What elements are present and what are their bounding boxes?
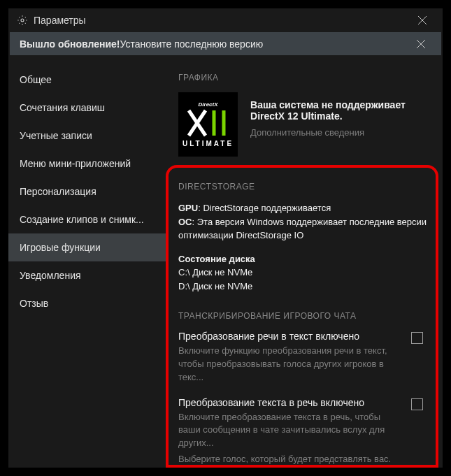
close-icon[interactable] bbox=[417, 15, 437, 25]
sidebar-item-personalization[interactable]: Персонализация bbox=[8, 178, 166, 205]
sidebar-item-gaming-features[interactable]: Игровые функции bbox=[8, 233, 166, 261]
chat-option-tts-desc2: Выберите голос, который будет представля… bbox=[178, 453, 396, 468]
update-banner: Вышло обновление! Установите последнюю в… bbox=[10, 32, 441, 56]
section-heading-directstorage: DIRECTSTORAGE bbox=[178, 182, 430, 192]
sidebar-item-shortcuts[interactable]: Сочетания клавиш bbox=[8, 94, 166, 122]
section-heading-graphics: ГРАФИКА bbox=[178, 73, 430, 82]
update-text-1: Вышло обновление! bbox=[20, 38, 120, 50]
badge-xii-icon bbox=[185, 108, 232, 138]
chat-option-stt-checkbox[interactable] bbox=[411, 332, 423, 344]
disk-c-status: C:\ Диск не NVMe bbox=[178, 266, 430, 280]
chat-option-tts-title: Преобразование текста в речь включено bbox=[178, 397, 396, 408]
directx-message: Ваша система не поддерживает DirectX 12 … bbox=[250, 99, 430, 122]
sidebar-item-accounts[interactable]: Учетные записи bbox=[8, 122, 166, 150]
settings-window: Параметры Вышло обновление! Установите п… bbox=[8, 8, 443, 468]
banner-close-icon[interactable] bbox=[416, 39, 436, 49]
gear-icon bbox=[17, 15, 28, 26]
chat-option-tts-checkbox[interactable] bbox=[411, 398, 423, 410]
update-text-2[interactable]: Установите последнюю версию bbox=[120, 38, 264, 50]
sidebar-item-feedback[interactable]: Отзыв bbox=[8, 289, 166, 317]
section-heading-chat: ТРАНСКРИБИРОВАНИЕ ИГРОВОГО ЧАТА bbox=[178, 311, 430, 321]
chat-option-stt: Преобразование речи в текст включено Вкл… bbox=[178, 331, 430, 384]
chat-option-stt-desc: Включите функцию преобразования речи в т… bbox=[178, 345, 396, 384]
disk-d-status: D:\ Диск не NVMe bbox=[178, 280, 430, 294]
sidebar: Общее Сочетания клавиш Учетные записи Ме… bbox=[8, 56, 166, 468]
directx-row: DirectX ULTIMA bbox=[178, 92, 430, 157]
svg-point-0 bbox=[21, 19, 24, 22]
disk-status-heading: Состояние диска bbox=[178, 252, 430, 266]
sidebar-item-widgets-menu[interactable]: Меню мини-приложений bbox=[8, 150, 166, 178]
window-title: Параметры bbox=[34, 15, 86, 26]
directx-badge: DirectX ULTIMA bbox=[178, 92, 238, 157]
sidebar-item-general[interactable]: Общее bbox=[8, 66, 166, 94]
chat-option-tts: Преобразование текста в речь включено Вк… bbox=[178, 397, 430, 468]
chat-option-stt-title: Преобразование речи в текст включено bbox=[178, 331, 396, 342]
sidebar-item-notifications[interactable]: Уведомления bbox=[8, 261, 166, 289]
directstorage-os: ОС: Эта версия Windows поддерживает посл… bbox=[178, 215, 430, 243]
directstorage-gpu: GPU: DirectStorage поддерживается bbox=[178, 201, 430, 215]
badge-directx-label: DirectX bbox=[199, 101, 218, 108]
titlebar: Параметры bbox=[8, 8, 443, 32]
chat-option-tts-desc: Включите преобразование текста в речь, ч… bbox=[178, 411, 396, 451]
content-pane: ГРАФИКА DirectX bbox=[166, 56, 443, 468]
sidebar-item-captures[interactable]: Создание клипов и снимк... bbox=[8, 205, 166, 233]
badge-ultimate-label: ULTIMATE bbox=[182, 140, 234, 147]
directx-more-link[interactable]: Дополнительные сведения bbox=[250, 127, 430, 138]
